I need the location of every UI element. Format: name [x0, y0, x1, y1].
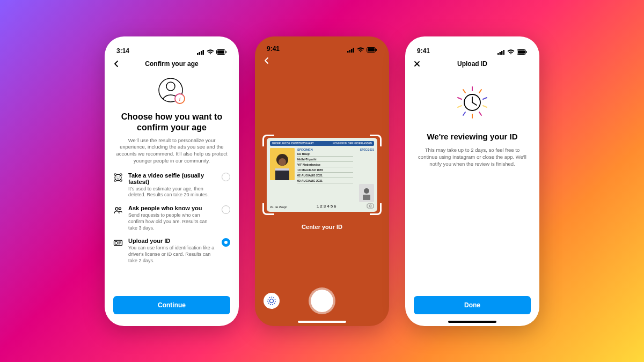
cellular-signal-icon	[347, 47, 355, 53]
svg-rect-17	[115, 242, 118, 245]
svg-point-30	[279, 158, 286, 166]
cellular-signal-icon	[497, 49, 505, 55]
id-header-left: NEDERLANDSE IDENTITEITSKAART	[272, 142, 313, 145]
id-doe: 02 AUG/AUG 2031	[297, 179, 353, 182]
svg-line-50	[479, 112, 481, 115]
option-body: Ask people who know you Send requests to…	[128, 205, 216, 231]
wifi-icon	[207, 49, 214, 55]
continue-button[interactable]: Continue	[113, 296, 230, 314]
option-body: Take a video selfie (usually fastest) It…	[128, 172, 216, 198]
clock-burst-icon	[414, 84, 531, 121]
svg-point-11	[115, 174, 121, 181]
svg-text:i: i	[179, 95, 180, 102]
option-desc: Send requests to people who can confirm …	[128, 212, 216, 231]
svg-rect-3	[203, 50, 204, 55]
option-radio[interactable]	[222, 238, 230, 247]
content: We're reviewing your ID This may take up…	[405, 72, 539, 326]
option-desc: You can use forms of identification like…	[128, 245, 216, 264]
cellular-signal-icon	[197, 49, 204, 55]
svg-rect-2	[201, 51, 202, 55]
status-time: 9:41	[417, 47, 430, 55]
id-secondary-photo	[359, 184, 374, 202]
option-title: Upload your ID	[128, 238, 216, 244]
chevron-left-icon	[263, 57, 270, 64]
option-radio[interactable]	[222, 205, 230, 214]
svg-rect-23	[351, 49, 353, 53]
home-indicator[interactable]	[448, 321, 496, 323]
svg-rect-32	[275, 168, 289, 171]
id-card-preview: NEDERLANDSE IDENTITEITSKAART KONINKRIJK …	[267, 138, 377, 212]
svg-rect-24	[353, 48, 355, 53]
id-surname: De Bruijn	[297, 152, 353, 156]
svg-rect-26	[368, 48, 375, 51]
svg-rect-6	[226, 51, 227, 53]
option-video-selfie[interactable]: Take a video selfie (usually fastest) It…	[113, 172, 230, 198]
option-ask-people[interactable]: Ask people who know you Send requests to…	[113, 205, 230, 231]
status-bar: 9:41	[255, 36, 389, 54]
wifi-icon	[357, 47, 364, 53]
close-button[interactable]	[411, 57, 423, 70]
id-signature: W. de Bruijn	[270, 205, 287, 209]
option-title: Ask people who know you	[128, 205, 216, 211]
nav-title: Upload ID	[457, 60, 487, 68]
svg-line-49	[483, 106, 487, 107]
shutter-row	[255, 287, 389, 314]
svg-rect-21	[347, 51, 349, 53]
people-icon	[113, 205, 123, 215]
id-side: SPECI2021	[356, 148, 374, 202]
status-time: 9:41	[267, 45, 280, 53]
svg-rect-45	[526, 51, 528, 53]
svg-rect-22	[349, 50, 351, 53]
svg-point-13	[119, 176, 119, 177]
profile-info-icon: i	[113, 76, 230, 106]
svg-point-8	[166, 82, 175, 91]
status-bar: 3:14	[105, 36, 239, 56]
phone-confirm-age: 3:14 Confirm your age i Choose how you w…	[105, 36, 239, 326]
id-dob: 10 MAA/MAR 1965	[297, 168, 353, 172]
svg-rect-39	[497, 53, 499, 55]
wifi-icon	[507, 49, 515, 55]
id-frame-guide: NEDERLANDSE IDENTITEITSKAART KONINKRIJK …	[262, 135, 382, 215]
back-button[interactable]	[110, 57, 123, 70]
instruction-text: Center your ID	[255, 224, 389, 230]
option-radio[interactable]	[222, 173, 230, 181]
status-indicators	[347, 47, 377, 53]
status-time: 3:14	[116, 47, 129, 55]
id-photo	[270, 148, 295, 180]
svg-point-14	[115, 208, 118, 210]
close-icon	[413, 60, 421, 68]
svg-line-54	[458, 98, 462, 99]
nav-title: Confirm your age	[145, 60, 198, 68]
option-desc: It's used to estimate your age, then del…	[128, 186, 216, 198]
option-title: Take a video selfie (usually fastest)	[128, 172, 216, 185]
svg-rect-35	[367, 204, 374, 208]
svg-rect-1	[199, 52, 201, 55]
status-bar: 9:41	[405, 36, 539, 56]
svg-line-48	[483, 98, 487, 99]
chevron-left-icon	[113, 60, 120, 68]
back-button[interactable]	[260, 54, 273, 67]
svg-point-15	[119, 208, 121, 210]
id-doc-code: SPECI2021	[360, 148, 374, 151]
svg-rect-41	[501, 51, 503, 55]
id-fields: SPECIMEN De Bruijn Nidhi-Tripathi V/F Ne…	[297, 148, 353, 202]
battery-icon	[216, 49, 227, 55]
svg-line-47	[479, 90, 481, 93]
status-indicators	[197, 49, 227, 55]
battery-icon	[517, 49, 528, 55]
svg-point-36	[369, 205, 371, 207]
page-heading: Choose how you want to confirm your age	[113, 112, 230, 133]
page-subtitle: This may take up to 2 days, so feel free…	[414, 146, 531, 168]
svg-rect-42	[503, 50, 505, 55]
id-number: 123456	[317, 204, 338, 209]
id-card-icon	[113, 238, 123, 248]
shutter-button[interactable]	[309, 287, 335, 314]
nav-bar: Confirm your age	[105, 56, 239, 72]
nav-bar	[255, 54, 389, 68]
id-header-right: KONINKRIJK DER NEDERLANDEN	[333, 142, 372, 145]
option-upload-id[interactable]: Upload your ID You can use forms of iden…	[113, 238, 230, 264]
done-button[interactable]: Done	[414, 296, 531, 314]
status-indicators	[497, 49, 528, 55]
home-indicator[interactable]	[298, 321, 346, 323]
page-heading: We're reviewing your ID	[414, 132, 531, 141]
